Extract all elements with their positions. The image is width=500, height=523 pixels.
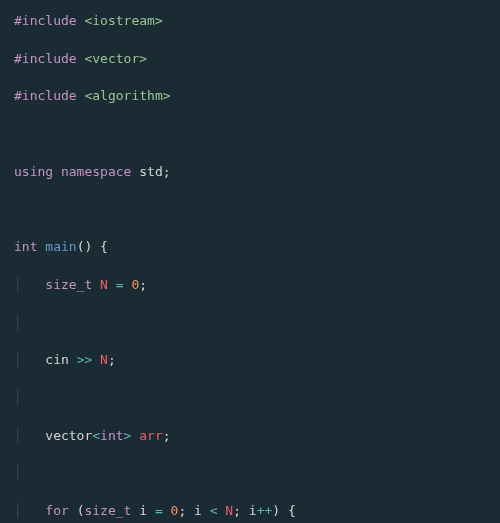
variable: arr xyxy=(139,428,162,443)
variable: i xyxy=(194,503,202,518)
type: int xyxy=(14,239,37,254)
include-header: <algorithm> xyxy=(84,88,170,103)
preprocessor: #include xyxy=(14,13,77,28)
punct: ; xyxy=(163,428,171,443)
operator: < xyxy=(210,503,218,518)
code-line: #include <iostream> xyxy=(14,12,486,31)
brace: { xyxy=(280,503,296,518)
punct: ; xyxy=(233,503,241,518)
code-line: #include <algorithm> xyxy=(14,87,486,106)
variable: i xyxy=(249,503,257,518)
type: vector xyxy=(45,428,92,443)
code-line: │ cin >> N; xyxy=(14,351,486,370)
code-line: │ xyxy=(14,389,486,408)
include-header: <iostream> xyxy=(84,13,162,28)
operator: ++ xyxy=(257,503,273,518)
code-line xyxy=(14,200,486,219)
operator: < xyxy=(92,428,100,443)
preprocessor: #include xyxy=(14,51,77,66)
punct: ; xyxy=(108,352,116,367)
include-header: <vector> xyxy=(84,51,147,66)
identifier: cin xyxy=(45,352,68,367)
code-line xyxy=(14,125,486,144)
code-block: #include <iostream> #include <vector> #i… xyxy=(14,12,486,523)
type: size_t xyxy=(45,277,92,292)
punct: ; xyxy=(178,503,186,518)
operator: = xyxy=(116,277,124,292)
variable: N xyxy=(100,277,108,292)
operator: > xyxy=(124,428,132,443)
type: int xyxy=(100,428,123,443)
punct: ; xyxy=(163,164,171,179)
code-line: │ xyxy=(14,464,486,483)
keyword: namespace xyxy=(61,164,131,179)
punct: ; xyxy=(139,277,147,292)
preprocessor: #include xyxy=(14,88,77,103)
keyword: using xyxy=(14,164,53,179)
keyword: for xyxy=(45,503,68,518)
code-line: │ xyxy=(14,314,486,333)
variable: N xyxy=(225,503,233,518)
code-line: │ for (size_t i = 0; i < N; i++) { xyxy=(14,502,486,521)
variable: i xyxy=(139,503,147,518)
code-line: using namespace std; xyxy=(14,163,486,182)
operator: = xyxy=(155,503,163,518)
variable: N xyxy=(100,352,108,367)
punct: ) xyxy=(272,503,280,518)
operator: >> xyxy=(77,352,93,367)
code-line: int main() { xyxy=(14,238,486,257)
code-line: │ size_t N = 0; xyxy=(14,276,486,295)
function-name: main xyxy=(45,239,76,254)
type: size_t xyxy=(84,503,131,518)
code-line: │ vector<int> arr; xyxy=(14,427,486,446)
brace: { xyxy=(92,239,108,254)
punct: () xyxy=(77,239,93,254)
identifier: std xyxy=(139,164,162,179)
code-line: #include <vector> xyxy=(14,50,486,69)
